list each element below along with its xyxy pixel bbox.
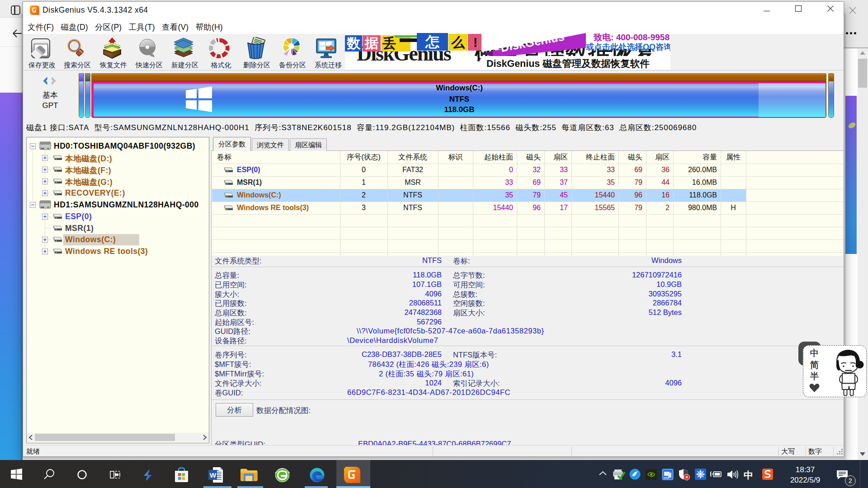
svg-text:intel: intel (664, 476, 669, 479)
svg-text:W: W (210, 471, 217, 479)
